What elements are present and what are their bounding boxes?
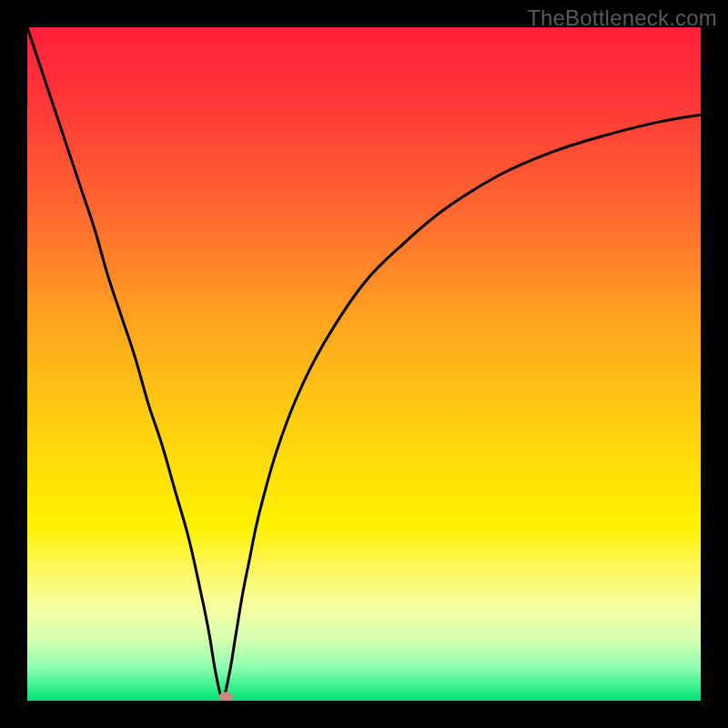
plot-area [27, 27, 701, 701]
gradient-background [27, 27, 701, 701]
chart-svg [27, 27, 701, 701]
chart-frame: TheBottleneck.com [0, 0, 728, 728]
